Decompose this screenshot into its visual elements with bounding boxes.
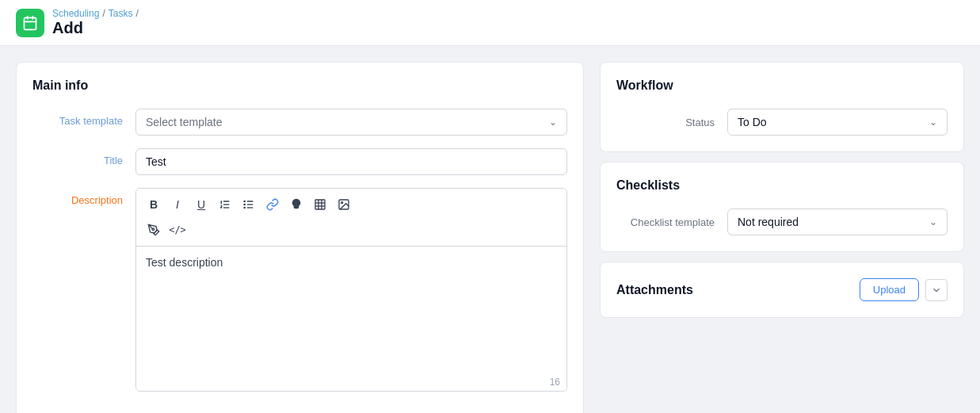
status-chevron-icon: ⌄: [929, 117, 937, 128]
task-template-select[interactable]: Select template ⌄: [135, 109, 567, 136]
checklist-template-label: Checklist template: [616, 216, 727, 228]
task-template-control: Select template ⌄: [135, 109, 567, 136]
title-input[interactable]: [135, 148, 567, 175]
attachments-actions: Upload: [860, 278, 948, 301]
checklist-template-control: Not required ⌄: [727, 208, 948, 235]
page-title: Add: [52, 19, 139, 37]
svg-rect-13: [315, 200, 325, 209]
checklist-template-value: Not required: [738, 216, 799, 228]
highlight-button[interactable]: [143, 219, 165, 241]
svg-rect-0: [25, 17, 36, 29]
top-bar: Scheduling / Tasks / Add: [0, 0, 980, 46]
checklist-template-select[interactable]: Not required ⌄: [727, 208, 948, 235]
status-select[interactable]: To Do ⌄: [727, 109, 948, 136]
checklists-title: Checklists: [616, 178, 948, 193]
description-control: B I U: [135, 188, 567, 392]
breadcrumb-scheduling[interactable]: Scheduling: [52, 8, 99, 19]
attachments-card: Attachments Upload: [600, 262, 964, 318]
breadcrumb-tasks[interactable]: Tasks: [109, 8, 133, 19]
status-value: To Do: [738, 116, 767, 128]
link-button[interactable]: [261, 193, 284, 216]
image-button[interactable]: [333, 193, 355, 216]
checklists-card: Checklists Checklist template Not requir…: [600, 162, 964, 252]
svg-point-12: [244, 207, 245, 208]
attachments-header: Attachments Upload: [616, 278, 948, 301]
upload-button[interactable]: Upload: [860, 278, 919, 301]
editor-footer: 16: [136, 373, 566, 391]
task-template-placeholder: Select template: [146, 116, 223, 128]
main-content: Main info Task template Select template …: [0, 46, 980, 413]
breadcrumb-sep2: /: [135, 8, 138, 19]
bold-button[interactable]: B: [143, 193, 165, 216]
checklist-chevron-icon: ⌄: [929, 216, 937, 228]
title-control: [135, 148, 567, 175]
description-text: Test description: [146, 256, 223, 269]
breadcrumb-sep1: /: [102, 8, 105, 19]
checklist-template-row: Checklist template Not required ⌄: [616, 208, 948, 235]
status-label: Status: [616, 117, 727, 128]
code-button[interactable]: </>: [166, 219, 189, 241]
color-button[interactable]: [285, 193, 307, 216]
svg-point-19: [341, 202, 343, 204]
underline-button[interactable]: U: [190, 193, 212, 216]
char-count: 16: [550, 377, 560, 388]
description-label: Description: [32, 188, 135, 206]
app-icon: [16, 9, 44, 37]
editor-wrapper: B I U: [135, 188, 567, 392]
workflow-card: Workflow Status To Do ⌄: [600, 62, 964, 152]
title-label: Title: [32, 148, 135, 166]
ordered-list-button[interactable]: [214, 193, 236, 216]
svg-point-11: [244, 204, 245, 205]
workflow-title: Workflow: [616, 78, 948, 93]
main-info-panel: Main info Task template Select template …: [16, 62, 584, 413]
status-row: Status To Do ⌄: [616, 109, 948, 136]
description-row: Description B I U: [32, 188, 567, 392]
title-row: Title: [32, 148, 567, 175]
right-panel: Workflow Status To Do ⌄ Checklists Check…: [600, 62, 964, 413]
chevron-down-icon: ⌄: [549, 117, 557, 128]
breadcrumb: Scheduling / Tasks / Add: [52, 8, 139, 37]
editor-content[interactable]: Test description: [136, 247, 566, 373]
table-button[interactable]: [309, 193, 331, 216]
svg-point-10: [244, 201, 245, 201]
task-template-row: Task template Select template ⌄: [32, 109, 567, 136]
unordered-list-button[interactable]: [238, 193, 260, 216]
editor-toolbar: B I U: [136, 189, 566, 247]
italic-button[interactable]: I: [166, 193, 189, 216]
status-control: To Do ⌄: [727, 109, 948, 136]
task-template-label: Task template: [32, 109, 135, 127]
main-info-title: Main info: [32, 78, 567, 93]
svg-point-20: [152, 228, 154, 231]
attachments-title: Attachments: [616, 283, 693, 297]
attachments-collapse-button[interactable]: [925, 279, 948, 301]
